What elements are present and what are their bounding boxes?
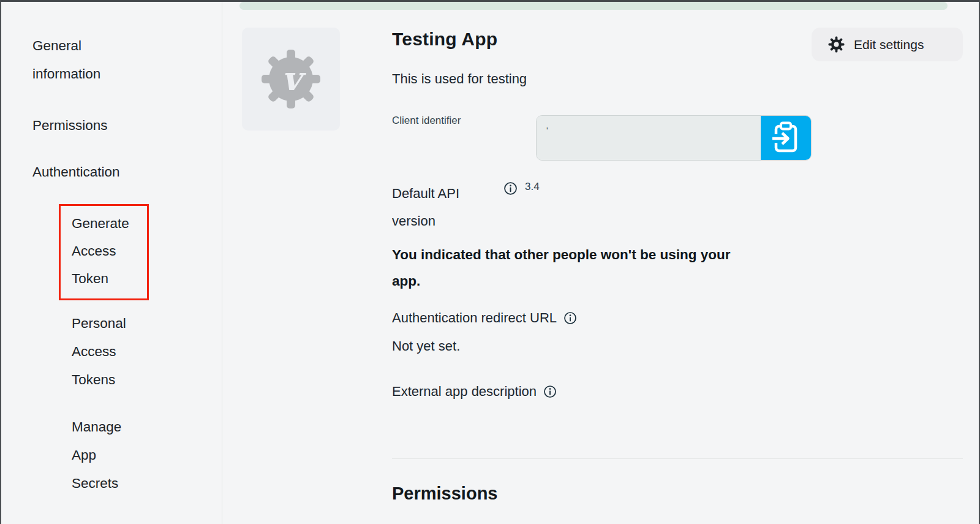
window-left-border (0, 0, 1, 524)
client-identifier-label: Client identifier (392, 115, 461, 127)
copy-client-identifier-button[interactable] (761, 116, 811, 160)
clipboard-arrow-icon (772, 121, 800, 154)
auth-redirect-row: Authentication redirect URL (392, 310, 577, 326)
info-icon[interactable] (543, 385, 557, 398)
external-description-label: External app description (392, 384, 537, 400)
sidebar-item-permissions[interactable]: Permissions (32, 112, 140, 140)
permissions-section-heading: Permissions (392, 484, 497, 504)
default-api-version-label: Default API version (392, 180, 484, 235)
app-icon-tile: v (242, 28, 340, 131)
sidebar-item-personal-access-tokens[interactable]: Personal Access Tokens (72, 309, 145, 394)
gear-icon (828, 36, 845, 53)
client-identifier-field[interactable]: ' (537, 116, 761, 160)
not-yet-set-text: Not yet set. (392, 338, 460, 354)
auth-redirect-status: Not yet set. (392, 338, 460, 354)
vimeo-gear-icon: v (259, 47, 323, 111)
success-toast-edge (239, 2, 948, 10)
edit-settings-label: Edit settings (854, 37, 924, 52)
info-icon[interactable] (564, 311, 577, 325)
sidebar-item-general-information[interactable]: General information (32, 32, 140, 88)
app-description: This is used for testing (392, 71, 527, 87)
sidebar-item-generate-access-token[interactable]: Generate Access Token (59, 204, 149, 300)
default-api-version-value: 3.4 (525, 181, 540, 193)
info-icon[interactable] (503, 181, 518, 196)
usage-notice: You indicated that other people won't be… (392, 242, 735, 294)
app-settings-page: General information Permissions Authenti… (0, 0, 980, 524)
sidebar-divider (222, 2, 222, 524)
external-description-row: External app description (392, 384, 557, 400)
sidebar-item-manage-app-secrets[interactable]: Manage App Secrets (72, 413, 145, 498)
section-divider (392, 458, 963, 459)
page-title: Testing App (392, 29, 497, 50)
edit-settings-button[interactable]: Edit settings (812, 28, 963, 61)
auth-redirect-label: Authentication redirect URL (392, 310, 557, 326)
sidebar-item-authentication[interactable]: Authentication (32, 158, 140, 186)
client-identifier-group: ' (536, 115, 812, 161)
